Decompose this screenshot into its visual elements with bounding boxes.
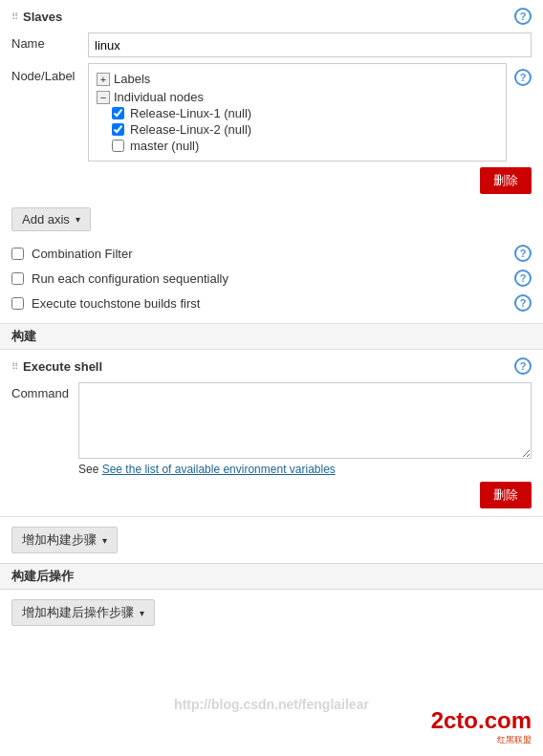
env-link-row: See See the list of available environmen… <box>78 463 532 476</box>
name-row: Name <box>11 32 532 57</box>
build-section-header: 构建 http://blog.csdn.net/fenglailear <box>0 323 543 350</box>
add-build-step-button[interactable]: 增加构建步骤 ▾ <box>11 527 118 553</box>
nodes-children: Release-Linux-1 (null) Release-Linux-2 (… <box>112 106 498 153</box>
individual-nodes-tree-item[interactable]: − Individual nodes <box>97 88 498 106</box>
node-checkbox-0[interactable] <box>112 107 124 119</box>
add-axis-button[interactable]: Add axis ▾ <box>11 207 91 231</box>
node-label-text: Node/Label <box>11 63 88 83</box>
execute-shell-footer: 删除 <box>11 476 532 508</box>
individual-collapse-icon[interactable]: − <box>97 91 110 104</box>
add-axis-label: Add axis <box>22 212 70 227</box>
name-content <box>88 32 532 57</box>
add-post-build-arrow-icon: ▾ <box>140 608 144 618</box>
slaves-header: ⠿ Slaves ? <box>11 8 532 25</box>
add-post-build-button[interactable]: 增加构建后操作步骤 ▾ <box>11 599 155 626</box>
watermark: http://blog.csdn.net/fenglailear <box>174 697 369 712</box>
combination-filter-label: Combination Filter <box>32 247 133 261</box>
slaves-section: ⠿ Slaves ? Name Node/Label + Labels − In… <box>0 0 543 198</box>
run-sequential-checkbox[interactable] <box>11 272 24 285</box>
slaves-help-icon[interactable]: ? <box>514 8 532 25</box>
logo-container: 2cto.com 红黑联盟 <box>431 707 532 746</box>
execute-touchstone-row: Execute touchstone builds first ? <box>11 291 532 315</box>
build-title: 构建 <box>11 329 36 343</box>
add-axis-area: Add axis ▾ <box>0 198 543 237</box>
execute-touchstone-help-icon[interactable]: ? <box>514 294 532 312</box>
node-item-2: master (null) <box>112 139 498 153</box>
logo-area: 2cto.com 红黑联盟 <box>431 707 532 746</box>
combination-filter-checkbox[interactable] <box>11 248 24 260</box>
execute-shell-help-icon[interactable]: ? <box>514 357 532 375</box>
node-tree-box: + Labels − Individual nodes Release-Linu… <box>88 63 507 162</box>
options-area: Combination Filter ? Run each configurat… <box>0 237 543 323</box>
add-build-step-label: 增加构建步骤 <box>22 531 97 549</box>
slaves-delete-button[interactable]: 删除 <box>480 167 532 194</box>
execute-touchstone-label: Execute touchstone builds first <box>32 296 200 311</box>
name-input[interactable] <box>88 32 532 57</box>
add-build-step-area: 增加构建步骤 ▾ <box>0 517 543 563</box>
add-axis-arrow-icon: ▾ <box>76 214 80 225</box>
execute-shell-header: ⠿ Execute shell ? <box>11 357 532 375</box>
execute-shell-delete-button[interactable]: 删除 <box>480 482 532 508</box>
node-label-2: master (null) <box>130 139 199 153</box>
post-build-title: 构建后操作 <box>11 569 74 583</box>
execute-shell-section: ⠿ Execute shell ? Command See See the li… <box>0 350 543 517</box>
logo-2cto: 2cto.com <box>431 707 532 733</box>
command-area: Command <box>11 382 532 459</box>
run-sequential-row: Run each configuration sequentially ? <box>11 266 532 291</box>
drag-handle-icon: ⠿ <box>11 11 17 22</box>
labels-tree-item[interactable]: + Labels <box>97 70 498 88</box>
command-textarea[interactable] <box>78 382 532 459</box>
individual-nodes-label: Individual nodes <box>114 90 204 104</box>
slaves-title: Slaves <box>23 10 62 24</box>
node-checkbox-2[interactable] <box>112 140 124 152</box>
env-variables-link[interactable]: See the list of available environment va… <box>102 463 336 476</box>
command-label: Command <box>11 382 78 400</box>
labels-expand-icon[interactable]: + <box>97 73 110 86</box>
node-label-row: Node/Label + Labels − Individual nodes R… <box>11 63 532 162</box>
combination-filter-help-icon[interactable]: ? <box>514 245 532 262</box>
node-label-1: Release-Linux-2 (null) <box>130 122 251 137</box>
node-item-0: Release-Linux-1 (null) <box>112 106 498 120</box>
name-label: Name <box>11 32 88 51</box>
add-build-step-arrow-icon: ▾ <box>102 535 107 546</box>
execute-touchstone-checkbox[interactable] <box>11 297 24 310</box>
node-label-help-icon[interactable]: ? <box>514 69 532 86</box>
slaves-footer: 删除 <box>11 162 532 194</box>
execute-shell-title: Execute shell <box>23 359 102 374</box>
combination-filter-row: Combination Filter ? <box>11 241 532 266</box>
add-post-build-label: 增加构建后操作步骤 <box>22 604 134 621</box>
env-link-prefix: See <box>78 463 102 476</box>
labels-label: Labels <box>114 72 150 86</box>
post-build-header: 构建后操作 <box>0 563 543 590</box>
run-sequential-label: Run each configuration sequentially <box>32 271 228 286</box>
node-checkbox-1[interactable] <box>112 123 124 136</box>
logo-subtitle: 红黑联盟 <box>431 734 532 746</box>
execute-shell-drag-icon: ⠿ <box>11 361 17 372</box>
node-label-0: Release-Linux-1 (null) <box>130 106 251 120</box>
node-item-1: Release-Linux-2 (null) <box>112 122 498 137</box>
post-build-area: 增加构建后操作步骤 ▾ <box>0 590 543 636</box>
run-sequential-help-icon[interactable]: ? <box>514 270 532 287</box>
